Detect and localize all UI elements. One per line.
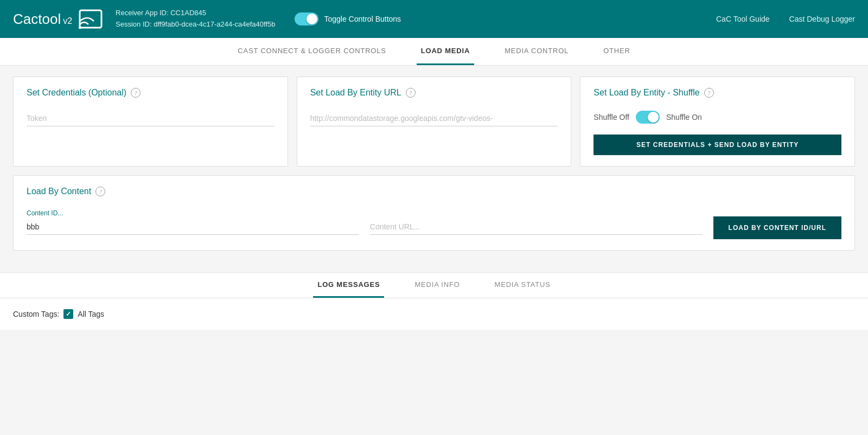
shuffle-on-label: Shuffle On [666, 113, 702, 121]
bottom-section: LOG MESSAGES MEDIA INFO MEDIA STATUS Cus… [0, 272, 868, 330]
entity-url-help-icon[interactable]: ? [406, 88, 416, 98]
app-header: Cactool v2 Receiver App ID: CC1AD845 Ses… [0, 0, 868, 38]
content-id-input[interactable] [27, 219, 359, 235]
toggle-control-buttons[interactable]: Toggle Control Buttons [295, 12, 401, 25]
receiver-app-id: Receiver App ID: CC1AD845 [116, 8, 275, 19]
set-credentials-send-load-entity-button[interactable]: SET CREDENTIALS + SEND LOAD BY ENTITY [593, 135, 841, 155]
load-by-content-title-text: Load By Content [27, 187, 91, 196]
entity-url-title-text: Set Load By Entity URL [310, 88, 401, 98]
bottom-tabs: LOG MESSAGES MEDIA INFO MEDIA STATUS [0, 273, 868, 298]
credentials-title: Set Credentials (Optional) ? [27, 88, 275, 98]
entity-url-input[interactable] [310, 111, 558, 126]
load-by-content-card: Load By Content ? Content ID... LOAD BY … [13, 175, 855, 251]
credentials-help-icon[interactable]: ? [131, 88, 141, 98]
custom-tags-row: Custom Tags: All Tags [13, 309, 855, 319]
toggle-label: Toggle Control Buttons [324, 15, 401, 23]
session-id: Session ID: dff9fab0-dcea-4c17-a244-ca4e… [116, 19, 275, 30]
header-nav: CaC Tool Guide Cast Debug Logger [716, 15, 855, 23]
credentials-card: Set Credentials (Optional) ? [13, 76, 288, 167]
content-url-group [370, 219, 703, 239]
load-by-content-help-icon[interactable]: ? [95, 187, 105, 196]
load-by-content-title: Load By Content ? [27, 187, 841, 196]
entity-url-card: Set Load By Entity URL ? [297, 76, 572, 167]
logo-text: Cactool v2 [13, 11, 72, 28]
toggle-switch[interactable] [295, 12, 318, 25]
bottom-content: Custom Tags: All Tags [0, 298, 868, 330]
credentials-title-text: Set Credentials (Optional) [27, 88, 126, 98]
all-tags-label: All Tags [78, 310, 104, 318]
cac-tool-guide-link[interactable]: CaC Tool Guide [716, 15, 770, 23]
main-content: Set Credentials (Optional) ? Set Load By… [0, 66, 868, 270]
entity-shuffle-help-icon[interactable]: ? [704, 88, 714, 98]
content-id-group: Content ID... [27, 209, 359, 239]
shuffle-off-label: Shuffle Off [593, 113, 629, 121]
top-cards-row: Set Credentials (Optional) ? Set Load By… [13, 76, 855, 167]
tab-load-media[interactable]: LOAD MEDIA [417, 38, 474, 65]
svg-point-1 [79, 26, 81, 29]
cast-debug-logger-link[interactable]: Cast Debug Logger [789, 15, 855, 23]
content-id-label: Content ID... [27, 209, 359, 217]
custom-tags-label: Custom Tags: [13, 310, 59, 318]
session-info: Receiver App ID: CC1AD845 Session ID: df… [116, 8, 275, 30]
all-tags-checkbox[interactable] [63, 309, 73, 319]
entity-shuffle-title: Set Load By Entity - Shuffle ? [593, 88, 841, 98]
logo: Cactool v2 [13, 9, 103, 29]
tab-other[interactable]: OTHER [599, 38, 635, 65]
tab-media-info[interactable]: MEDIA INFO [410, 273, 464, 298]
token-input[interactable] [27, 111, 275, 126]
cast-icon [79, 9, 103, 29]
shuffle-toggle[interactable] [636, 111, 660, 124]
entity-shuffle-card: Set Load By Entity - Shuffle ? Shuffle O… [580, 76, 855, 167]
load-content-inputs-row: Content ID... LOAD BY CONTENT ID/URL [27, 209, 841, 239]
entity-url-title: Set Load By Entity URL ? [310, 88, 558, 98]
tab-log-messages[interactable]: LOG MESSAGES [313, 273, 384, 298]
load-by-content-button[interactable]: LOAD BY CONTENT ID/URL [713, 216, 841, 239]
tab-cast-connect[interactable]: CAST CONNECT & LOGGER CONTROLS [233, 38, 390, 65]
logo-name: Cactool [13, 11, 61, 28]
tab-media-status[interactable]: MEDIA STATUS [490, 273, 555, 298]
shuffle-toggle-row: Shuffle Off Shuffle On [593, 111, 841, 124]
main-tabs: CAST CONNECT & LOGGER CONTROLS LOAD MEDI… [0, 38, 868, 66]
logo-version: v2 [63, 16, 72, 26]
content-url-input[interactable] [370, 219, 703, 235]
tab-media-control[interactable]: MEDIA CONTROL [500, 38, 573, 65]
entity-shuffle-title-text: Set Load By Entity - Shuffle [593, 88, 699, 98]
